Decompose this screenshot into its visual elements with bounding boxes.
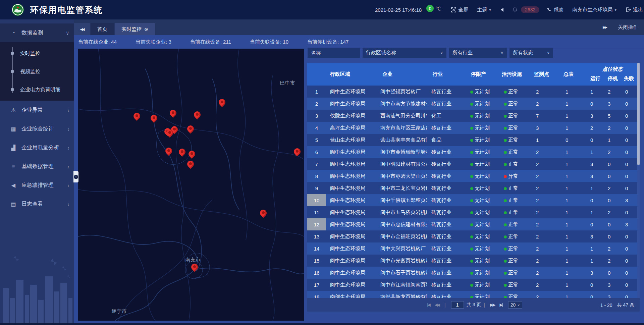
table-row[interactable]: 7阆中生态环境局阆中明阳建材有限公司砖瓦行业无计划正常21300 xyxy=(307,158,640,170)
table-row[interactable]: 6阆中生态环境局阆中市金博瑞新型墙材砖瓦行业无计划正常21120 xyxy=(307,146,640,158)
treatment-text: 正常 xyxy=(508,197,518,203)
tabs-scroll-right-button[interactable]: ▶▶ xyxy=(603,25,606,30)
help-label: 帮助 xyxy=(553,7,564,13)
cell-run-count: 3 xyxy=(588,270,605,276)
sidebar-item-0[interactable]: ◔数据监测∨ xyxy=(0,23,74,42)
table-row[interactable]: 2阆中生态环境局阆中市南方节能建材有砖瓦行业无计划正常21030 xyxy=(307,98,640,110)
sidebar-item-5[interactable]: ◀应急减排管理‹ xyxy=(0,176,74,195)
name-search-input[interactable] xyxy=(308,48,360,58)
stat-label: 当前失联企业: xyxy=(136,39,168,45)
cell-company: 南部县新龙页岩砖有限公 xyxy=(376,294,427,298)
skyline-decoration xyxy=(0,248,74,325)
sidebar-subitem-0[interactable]: 实时监控 xyxy=(0,44,74,62)
table-row[interactable]: 18南部生态环境局南部县新龙页岩砖有限公砖瓦行业无计划正常21030 xyxy=(307,291,640,298)
tab-realtime-monitor[interactable]: 实时监控 ⊗ xyxy=(115,23,155,35)
sidebar-item-2[interactable]: ▦企业综合统计‹ xyxy=(0,119,74,138)
close-operations-button[interactable]: 关闭操作 xyxy=(618,24,638,31)
table-row[interactable]: 1阆中生态环境局阆中强锐页岩砖厂砖瓦行业无计划正常21120 xyxy=(307,86,640,98)
log-icon: ▤ xyxy=(10,201,17,207)
cell-industry: 砖瓦行业 xyxy=(427,125,466,131)
treatment-text: 异常 xyxy=(508,173,518,179)
table-row[interactable]: 17阆中生态环境局阆中市江南镇阆南页岩砖瓦行业无计划正常21030 xyxy=(307,279,640,291)
region-select[interactable]: 行政区域名称 ∨ xyxy=(363,48,446,58)
cell-treatment: 正常 xyxy=(500,125,532,131)
map-pin-icon[interactable] xyxy=(170,110,176,116)
map-pin-icon[interactable] xyxy=(166,129,173,136)
table-row[interactable]: 16阆中生态环境局阆中市石子页岩机砖厂砖瓦行业无计划正常21300 xyxy=(307,267,640,279)
theme-dropdown[interactable]: 主题 ▼ xyxy=(477,7,492,13)
notifications-button[interactable]: 2632 xyxy=(513,6,539,13)
map-panel[interactable]: 巴中市南充市遂宁市 xyxy=(78,49,304,321)
map-pin-icon[interactable] xyxy=(179,149,185,155)
org-dropdown[interactable]: 南充市生态环境局 ▼ xyxy=(572,7,617,13)
page-number-input[interactable] xyxy=(451,301,464,309)
map-pin-icon[interactable] xyxy=(191,264,198,270)
table-row[interactable]: 5营山生态环境局营山县润丰肉食品有限食品无计划正常10010 xyxy=(307,134,640,146)
tab-home[interactable]: 首页 xyxy=(91,23,114,35)
help-button[interactable]: 帮助 xyxy=(547,7,564,13)
cell-region: 阆中生态环境局 xyxy=(326,233,376,240)
map-pin-icon[interactable] xyxy=(165,148,172,154)
cell-stop-plan: 无计划 xyxy=(466,294,500,298)
tabs-scroll-left-button[interactable]: ◀◀ xyxy=(74,23,90,35)
cell-stop-plan: 无计划 xyxy=(466,270,500,276)
chevron-left-icon: ‹ xyxy=(68,144,69,151)
cell-region: 阆中生态环境局 xyxy=(326,270,376,276)
cell-monitor-count: 3 xyxy=(532,125,561,131)
chevron-left-icon: ‹ xyxy=(68,163,69,170)
table-row[interactable]: 3仪陇生态环境局西南油气田分公司川中化工无计划正常71350 xyxy=(307,110,640,122)
map-pin-icon[interactable] xyxy=(260,210,267,216)
map-pin-icon[interactable] xyxy=(189,151,195,157)
sidebar-item-4[interactable]: ≡基础数据管理‹ xyxy=(0,157,74,176)
table-row[interactable]: 11阆中生态环境局阆中市五马桥页岩机砖砖瓦行业无计划正常21120 xyxy=(307,206,640,218)
stop-plan-text: 无计划 xyxy=(475,89,490,94)
sidebar-item-6[interactable]: ▤日志查看‹ xyxy=(0,195,74,213)
map-pin-icon[interactable] xyxy=(187,161,194,167)
status-select[interactable]: 所有状态 ∨ xyxy=(509,48,553,58)
sidebar-collapse-handle[interactable]: ‹ xyxy=(73,171,78,182)
table-row[interactable]: 13阆中生态环境局阆中市金福旺页岩机砖砖瓦行业无计划正常21300 xyxy=(307,230,640,242)
fullscreen-button[interactable]: 全屏 xyxy=(451,7,468,13)
table-row[interactable]: 10阆中生态环境局阆中千佛镇五郎垭页岩砖瓦行业无计划正常21003 xyxy=(307,194,640,206)
cell-lost-count: 3 xyxy=(623,222,637,227)
sidebar-subitem-1[interactable]: 视频监控 xyxy=(0,62,74,80)
last-page-button[interactable]: ▶| xyxy=(499,303,502,307)
first-page-button[interactable]: |◀ xyxy=(427,303,430,307)
map-pin-icon[interactable] xyxy=(194,111,201,118)
table-row[interactable]: 14阆中生态环境局阆中大兴页岩机砖厂砖瓦行业无计划正常21120 xyxy=(307,242,640,255)
sidebar-subitem-2[interactable]: 企业电力负荷明细 xyxy=(0,80,74,99)
map-pin-icon[interactable] xyxy=(187,125,194,132)
map-pin-icon[interactable] xyxy=(151,115,157,121)
app-logo-icon xyxy=(11,3,24,16)
col-header-industry: 行业 xyxy=(433,63,443,86)
prev-page-button[interactable]: ◀◀ xyxy=(435,303,439,307)
industry-select[interactable]: 所有行业 ∨ xyxy=(449,48,507,58)
table-scrollbar[interactable] xyxy=(637,63,640,298)
logout-button[interactable]: 退出 xyxy=(626,7,643,13)
map-pin-icon[interactable] xyxy=(133,113,140,119)
treatment-text: 正常 xyxy=(508,185,518,191)
stop-plan-text: 无计划 xyxy=(475,173,490,179)
cell-monitor-count: 2 xyxy=(532,210,561,215)
mute-button[interactable] xyxy=(500,7,507,12)
cell-industry: 砖瓦行业 xyxy=(427,197,466,204)
cell-industry: 砖瓦行业 xyxy=(427,185,466,192)
table-row[interactable]: 15阆中生态环境局阆中市光富页岩机砖厂砖瓦行业无计划正常21120 xyxy=(307,255,640,267)
scrollbar-thumb[interactable] xyxy=(637,63,640,165)
table-row[interactable]: 9阆中生态环境局阆中市二龙长宝页岩砖砖瓦行业无计划正常21120 xyxy=(307,182,640,194)
map-pin-icon[interactable] xyxy=(294,148,301,155)
cell-stop-plan: 无计划 xyxy=(466,258,500,264)
table-row[interactable]: 4高坪生态环境局南充市高坪区王家店建砖瓦行业无计划正常31220 xyxy=(307,122,640,134)
cell-region: 营山生态环境局 xyxy=(326,137,376,143)
cell-region: 阆中生态环境局 xyxy=(326,197,376,204)
page-size-select[interactable]: 20 ∨ xyxy=(508,301,522,309)
map-pin-icon[interactable] xyxy=(219,99,225,106)
sidebar-item-1[interactable]: ⚠企业异常‹ xyxy=(0,101,74,119)
tab-close-icon[interactable]: ⊗ xyxy=(144,26,148,32)
sidebar-item-3[interactable]: ▟企业用电量分析‹ xyxy=(0,138,74,157)
fullscreen-label: 全屏 xyxy=(458,7,468,13)
table-row[interactable]: 8阆中生态环境局阆中市枣碧大梁山页岩砖瓦行业无计划异常21300 xyxy=(307,170,640,182)
table-row[interactable]: 12阆中生态环境局阆中市忠信建材有限公砖瓦行业无计划正常21003 xyxy=(307,218,640,230)
status-dot-icon xyxy=(504,235,507,238)
next-page-button[interactable]: ▶▶ xyxy=(490,303,495,307)
